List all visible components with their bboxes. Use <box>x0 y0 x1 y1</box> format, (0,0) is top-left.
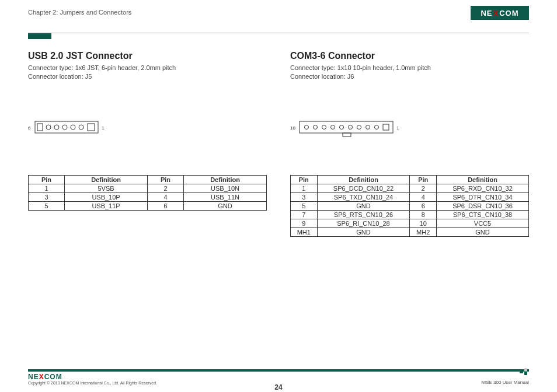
usb-pinout-table: Pin Definition Pin Definition 15VSB2USB_… <box>28 175 267 211</box>
table-cell: SP6_RXD_CN10_32 <box>437 184 529 192</box>
col-pin: Pin <box>291 175 318 184</box>
svg-point-14 <box>349 125 353 129</box>
table-cell: VCC5 <box>437 219 529 228</box>
footer-rule <box>28 369 529 372</box>
svg-rect-0 <box>35 121 98 133</box>
table-cell: GND <box>317 228 410 236</box>
table-row: 3USB_10P4USB_11N <box>29 192 267 201</box>
svg-rect-18 <box>383 124 389 130</box>
chapter-title: Chapter 2: Jumpers and Connectors <box>28 9 529 16</box>
table-cell: 8 <box>410 210 437 219</box>
svg-point-16 <box>366 125 370 129</box>
svg-point-4 <box>62 125 67 130</box>
svg-point-12 <box>331 125 335 129</box>
com-pinout-table: Pin Definition Pin Definition 1SP6_DCD_C… <box>290 175 529 237</box>
table-cell: 5 <box>291 201 318 210</box>
table-row: 15VSB2USB_10N <box>29 184 267 192</box>
accent-bar <box>28 33 51 39</box>
usb-connector-title: USB 2.0 JST Connector <box>28 51 267 61</box>
table-cell: SP6_DCD_CN10_22 <box>317 184 410 192</box>
svg-point-13 <box>340 125 344 129</box>
table-cell: 7 <box>291 210 318 219</box>
table-cell: SP6_TXD_CN10_24 <box>317 192 410 201</box>
com-table-body: 1SP6_DCD_CN10_222SP6_RXD_CN10_323SP6_TXD… <box>291 184 529 236</box>
svg-point-9 <box>305 125 309 129</box>
manual-name: NISE 300 User Manual <box>481 380 529 385</box>
com-connector-location: Connector location: J6 <box>290 72 529 81</box>
table-row: 3SP6_TXD_CN10_244SP6_DTR_CN10_34 <box>291 192 529 201</box>
svg-point-15 <box>357 125 361 129</box>
table-cell: MH1 <box>291 228 318 236</box>
col-def: Definition <box>437 175 529 184</box>
svg-point-6 <box>79 125 83 130</box>
table-row: 1SP6_DCD_CN10_222SP6_RXD_CN10_32 <box>291 184 529 192</box>
logo-text-post: COM <box>44 373 62 381</box>
table-cell: 4 <box>147 192 183 201</box>
table-row: MH1GNDMH2GND <box>291 228 529 236</box>
content-area: USB 2.0 JST Connector Connector type: 1x… <box>0 39 557 237</box>
table-cell: GND <box>317 201 410 210</box>
table-cell: SP6_RI_CN10_28 <box>317 219 410 228</box>
table-cell: 2 <box>147 184 183 192</box>
table-cell: GND <box>184 201 267 210</box>
table-cell: USB_11N <box>184 192 267 201</box>
com-connector-type: Connector type: 1x10 10-pin header, 1.0m… <box>290 64 529 72</box>
svg-point-11 <box>322 125 326 129</box>
usb-connector-diagram: 6 1 <box>28 99 267 169</box>
logo-text-x: X <box>493 9 500 18</box>
pin-label-right: 1 <box>396 125 399 131</box>
svg-rect-19 <box>343 133 351 136</box>
table-cell: 6 <box>147 201 183 210</box>
logo-text-x: X <box>39 373 44 381</box>
col-def: Definition <box>317 175 410 184</box>
col-pin: Pin <box>147 175 183 184</box>
usb-connector-type: Connector type: 1x6 JST, 6-pin header, 2… <box>28 64 267 72</box>
copyright-text: Copyright © 2013 NEXCOM International Co… <box>28 381 157 385</box>
logo-text-post: COM <box>499 9 518 18</box>
table-cell: 4 <box>410 192 437 201</box>
com-connector-diagram: 10 1 <box>290 99 529 169</box>
table-row: 5USB_11P6GND <box>29 201 267 210</box>
svg-point-2 <box>46 125 51 130</box>
table-cell: 5 <box>29 201 65 210</box>
table-row: 9SP6_RI_CN10_2810VCC5 <box>291 219 529 228</box>
col-pin: Pin <box>29 175 65 184</box>
table-cell: SP6_DTR_CN10_34 <box>437 192 529 201</box>
table-cell: 6 <box>410 201 437 210</box>
nexcom-logo: NEXCOM <box>471 6 529 20</box>
svg-point-3 <box>54 125 59 130</box>
svg-rect-7 <box>88 124 95 131</box>
table-cell: USB_10N <box>184 184 267 192</box>
table-cell: 10 <box>410 219 437 228</box>
table-cell: 9 <box>291 219 318 228</box>
table-cell: 1 <box>29 184 65 192</box>
pin-label-left: 10 <box>290 125 295 131</box>
table-cell: 2 <box>410 184 437 192</box>
left-column: USB 2.0 JST Connector Connector type: 1x… <box>28 51 267 237</box>
table-cell: USB_11P <box>65 201 148 210</box>
table-cell: 5VSB <box>65 184 148 192</box>
table-row: 5GND6SP6_DSR_CN10_36 <box>291 201 529 210</box>
svg-rect-1 <box>37 124 43 131</box>
col-def: Definition <box>65 175 148 184</box>
table-cell: 3 <box>291 192 318 201</box>
col-pin: Pin <box>410 175 437 184</box>
pin-label-left: 6 <box>28 125 31 131</box>
svg-point-10 <box>314 125 318 129</box>
table-row: 7SP6_RTS_CN10_268SP6_CTS_CN10_38 <box>291 210 529 219</box>
table-cell: SP6_DSR_CN10_36 <box>437 201 529 210</box>
com-connector-title: COM3-6 Connector <box>290 51 529 61</box>
table-cell: GND <box>437 228 529 236</box>
table-cell: MH2 <box>410 228 437 236</box>
logo-text-pre: NE <box>481 9 492 18</box>
table-cell: USB_10P <box>65 192 148 201</box>
usb-table-body: 15VSB2USB_10N3USB_10P4USB_11N5USB_11P6GN… <box>29 184 267 210</box>
page-number: 24 <box>274 383 282 391</box>
footer-logo: NEXCOM <box>28 373 157 381</box>
svg-point-5 <box>71 125 75 130</box>
svg-rect-21 <box>524 368 527 371</box>
right-column: COM3-6 Connector Connector type: 1x10 10… <box>290 51 529 237</box>
table-cell: 3 <box>29 192 65 201</box>
svg-point-17 <box>375 125 379 129</box>
col-def: Definition <box>184 175 267 184</box>
